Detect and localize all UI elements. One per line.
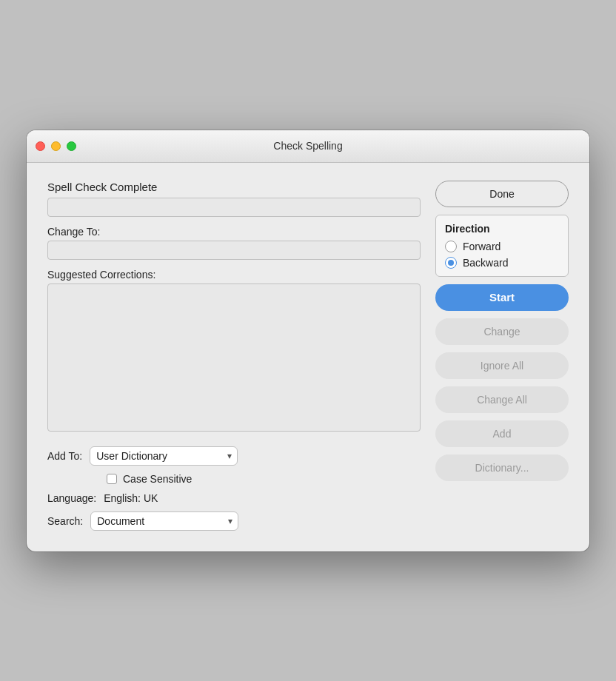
titlebar: Check Spelling bbox=[27, 130, 589, 163]
case-sensitive-row: Case Sensitive bbox=[47, 473, 421, 485]
check-spelling-window: Check Spelling Spell Check Complete Chan… bbox=[27, 130, 589, 551]
bottom-controls: Add To: User Dictionary Standard Diction… bbox=[47, 446, 421, 531]
backward-radio[interactable] bbox=[445, 257, 457, 269]
change-to-section: Change To: bbox=[47, 226, 421, 260]
search-dropdown[interactable]: Document Selection bbox=[90, 511, 238, 531]
language-row: Language: English: UK bbox=[47, 492, 421, 504]
direction-backward-option[interactable]: Backward bbox=[445, 257, 559, 269]
case-sensitive-label: Case Sensitive bbox=[123, 473, 192, 485]
direction-title: Direction bbox=[445, 223, 559, 235]
ignore-all-button[interactable]: Ignore All bbox=[435, 352, 569, 379]
direction-group: Direction Forward Backward bbox=[435, 215, 569, 277]
change-to-input[interactable] bbox=[47, 241, 421, 260]
language-label: Language: bbox=[47, 492, 96, 504]
forward-label: Forward bbox=[463, 241, 500, 252]
forward-radio[interactable] bbox=[445, 241, 457, 252]
add-button[interactable]: Add bbox=[435, 420, 569, 447]
window-title: Check Spelling bbox=[273, 140, 342, 152]
suggested-corrections-label: Suggested Corrections: bbox=[47, 269, 421, 281]
left-panel: Spell Check Complete Change To: Suggeste… bbox=[47, 181, 421, 531]
spell-check-label: Spell Check Complete bbox=[47, 181, 421, 193]
direction-forward-option[interactable]: Forward bbox=[445, 241, 559, 252]
spell-check-input[interactable] bbox=[47, 198, 421, 217]
close-button[interactable] bbox=[36, 141, 45, 151]
search-label: Search: bbox=[47, 515, 83, 527]
start-button[interactable]: Start bbox=[435, 284, 569, 311]
spell-check-section: Spell Check Complete bbox=[47, 181, 421, 217]
dictionary-button[interactable]: Dictionary... bbox=[435, 454, 569, 481]
traffic-lights bbox=[36, 141, 76, 151]
minimize-button[interactable] bbox=[51, 141, 61, 151]
backward-radio-dot bbox=[448, 260, 454, 266]
change-to-label: Change To: bbox=[47, 226, 421, 238]
language-value: English: UK bbox=[104, 492, 158, 504]
search-row: Search: Document Selection ▾ bbox=[47, 511, 421, 531]
maximize-button[interactable] bbox=[67, 141, 76, 151]
change-all-button[interactable]: Change All bbox=[435, 386, 569, 413]
add-to-select-wrapper: User Dictionary Standard Dictionary ▾ bbox=[90, 446, 238, 466]
add-to-label: Add To: bbox=[47, 450, 82, 462]
search-select-wrapper: Document Selection ▾ bbox=[90, 511, 238, 531]
add-to-row: Add To: User Dictionary Standard Diction… bbox=[47, 446, 421, 466]
change-button[interactable]: Change bbox=[435, 318, 569, 345]
done-button[interactable]: Done bbox=[435, 181, 569, 207]
case-sensitive-checkbox[interactable] bbox=[107, 474, 117, 484]
add-to-dropdown[interactable]: User Dictionary Standard Dictionary bbox=[90, 446, 238, 466]
content-area: Spell Check Complete Change To: Suggeste… bbox=[27, 163, 589, 551]
suggested-corrections-textarea[interactable] bbox=[47, 284, 421, 432]
backward-label: Backward bbox=[463, 257, 508, 269]
right-panel: Done Direction Forward Backward Start Ch bbox=[435, 181, 569, 531]
suggested-corrections-section: Suggested Corrections: bbox=[47, 269, 421, 435]
